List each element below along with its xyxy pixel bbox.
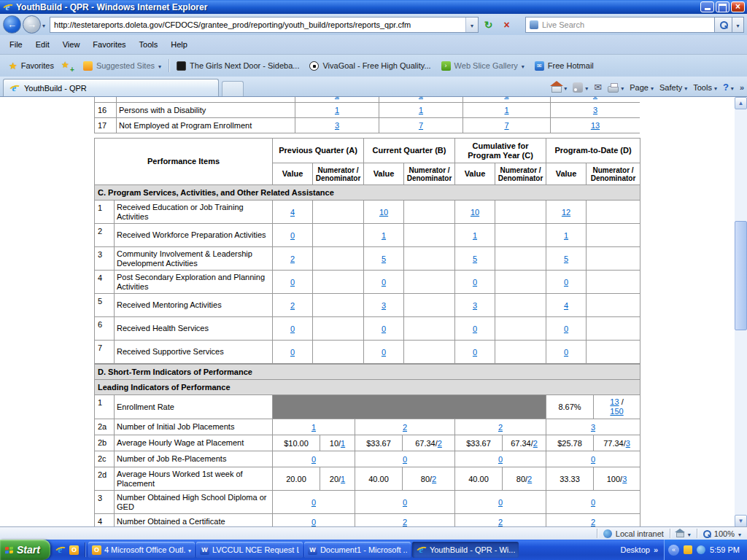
value-link[interactable]: 0	[311, 498, 316, 507]
value-link[interactable]: 2	[432, 475, 436, 483]
menu-help[interactable]: Help	[164, 38, 194, 51]
scroll-up-arrow[interactable]	[735, 97, 747, 109]
value-link[interactable]: 1	[335, 97, 339, 99]
feeds-button[interactable]	[573, 82, 588, 93]
value-link[interactable]: 2	[403, 518, 407, 526]
value-link[interactable]: 1	[564, 231, 568, 240]
home-button[interactable]	[551, 82, 567, 93]
scrollbar-thumb[interactable]	[735, 221, 747, 330]
value-link[interactable]: 3	[382, 301, 386, 310]
tray-icon-2[interactable]	[697, 545, 705, 554]
tray-icon-1[interactable]	[684, 545, 692, 554]
value-link[interactable]: 5	[473, 254, 477, 263]
value-link[interactable]: 0	[290, 324, 295, 333]
value-link[interactable]: 2	[290, 254, 295, 263]
value-link[interactable]: 0	[382, 348, 386, 357]
value-link[interactable]: 1	[419, 97, 423, 99]
value-link[interactable]: 3	[473, 301, 477, 310]
value-link[interactable]: 3	[593, 97, 597, 99]
menu-file[interactable]: File	[3, 38, 29, 51]
toolbar-overflow-button[interactable]	[740, 83, 744, 92]
value-link[interactable]: 7	[504, 121, 508, 130]
menu-favorites[interactable]: Favorites	[86, 38, 132, 51]
value-link[interactable]: 13	[591, 121, 600, 130]
value-link[interactable]: 0	[290, 231, 295, 240]
maximize-button[interactable]	[716, 1, 729, 12]
menu-edit[interactable]: Edit	[29, 38, 56, 51]
value-link[interactable]: 1	[382, 231, 386, 240]
value-link[interactable]: 2	[527, 475, 532, 483]
close-button[interactable]	[731, 1, 745, 12]
value-link[interactable]: 0	[473, 348, 477, 357]
status-page-section[interactable]	[670, 527, 697, 540]
value-link[interactable]: 13	[610, 397, 619, 406]
favorites-bar-item[interactable]: The Girls Next Door - Sideba...	[171, 58, 304, 74]
tools-menu-button[interactable]: Tools	[693, 83, 717, 92]
favorites-bar-item[interactable]: VivaGoal - Free High Quality...	[304, 58, 436, 74]
value-link[interactable]: 2	[403, 423, 407, 432]
value-link[interactable]: 2	[533, 439, 538, 448]
value-link[interactable]: 5	[382, 254, 386, 263]
desktop-toolbar[interactable]: Desktop	[615, 545, 664, 554]
favorites-bar-item[interactable]: Web Slice Gallery	[436, 58, 530, 74]
value-link[interactable]: 0	[591, 455, 595, 464]
value-link[interactable]: 0	[403, 455, 407, 464]
value-link[interactable]: 1	[311, 423, 316, 432]
forward-button[interactable]	[23, 15, 41, 34]
value-link[interactable]: 3	[593, 106, 597, 114]
new-tab-button[interactable]	[222, 81, 244, 96]
stop-button[interactable]	[498, 16, 515, 33]
zoom-control[interactable]: 100%	[697, 527, 747, 540]
value-link[interactable]: 2	[290, 301, 295, 310]
search-input[interactable]: Live Search	[525, 17, 715, 33]
value-link[interactable]: 0	[498, 498, 503, 507]
page-menu-button[interactable]: Page	[630, 83, 654, 92]
value-link[interactable]: 3	[335, 121, 339, 130]
taskbar-button[interactable]: LVCCUL NCE Request Le...	[196, 542, 303, 558]
value-link[interactable]: 1	[504, 106, 508, 114]
value-link[interactable]: 0	[382, 324, 386, 333]
value-link[interactable]: 12	[562, 208, 570, 217]
tray-collapse-button[interactable]	[668, 545, 679, 556]
value-link[interactable]: 150	[610, 407, 623, 416]
value-link[interactable]: 1	[504, 97, 508, 99]
value-link[interactable]: 0	[564, 348, 568, 357]
taskbar-button[interactable]: Document1 - Microsoft ...	[304, 542, 411, 558]
quick-launch-ie-icon[interactable]	[55, 545, 66, 555]
value-link[interactable]: 3	[626, 439, 630, 448]
taskbar-button[interactable]: YouthBuild - QPR - Wi...	[412, 542, 519, 558]
value-link[interactable]: 1	[419, 106, 423, 114]
value-link[interactable]: 10	[379, 208, 388, 217]
value-link[interactable]: 3	[622, 475, 627, 483]
quick-launch-outlook-icon[interactable]	[69, 545, 79, 555]
value-link[interactable]: 0	[498, 455, 503, 464]
read-mail-button[interactable]	[594, 82, 602, 92]
value-link[interactable]: 1	[473, 231, 477, 240]
value-link[interactable]: 1	[335, 106, 339, 114]
address-dropdown-button[interactable]	[465, 18, 478, 32]
menu-tools[interactable]: Tools	[133, 38, 165, 51]
favorites-button[interactable]: Favorites	[4, 58, 59, 74]
value-link[interactable]: 1	[341, 439, 345, 448]
value-link[interactable]: 10	[471, 208, 479, 217]
taskbar-button[interactable]: 4 Microsoft Office Outl...	[88, 542, 195, 558]
back-button[interactable]	[3, 15, 21, 34]
vertical-scrollbar[interactable]	[735, 97, 747, 526]
value-link[interactable]: 4	[564, 301, 568, 310]
minimize-button[interactable]	[700, 1, 714, 12]
favorites-bar-item[interactable]: Suggested Sites	[78, 58, 166, 74]
value-link[interactable]: 0	[290, 348, 295, 357]
scroll-down-arrow[interactable]	[735, 515, 747, 526]
value-link[interactable]: 0	[564, 278, 568, 287]
value-link[interactable]: 3	[591, 423, 595, 432]
favorites-bar-item[interactable]: Free Hotmail	[530, 58, 599, 74]
add-to-favorites-bar-button[interactable]	[61, 60, 74, 72]
address-bar[interactable]: http://testetareports.doleta.gov/CFDOCS/…	[50, 17, 479, 33]
address-url[interactable]: http://testetareports.doleta.gov/CFDOCS/…	[50, 20, 465, 29]
search-button[interactable]	[715, 17, 732, 33]
value-link[interactable]: 4	[290, 208, 295, 217]
refresh-button[interactable]	[480, 16, 497, 33]
value-link[interactable]: 0	[591, 498, 595, 507]
start-button[interactable]: Start	[0, 540, 50, 560]
value-link[interactable]: 0	[382, 278, 386, 287]
